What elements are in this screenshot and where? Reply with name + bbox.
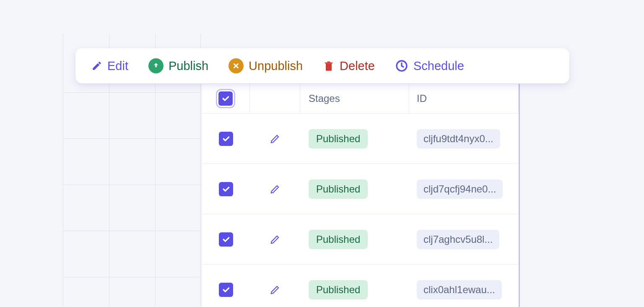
select-all-checkbox[interactable] bbox=[218, 91, 233, 106]
table-row: Published clix0ahl1ewau... bbox=[202, 265, 519, 307]
status-badge: Published bbox=[309, 129, 368, 148]
action-toolbar: Edit Publish Unpublish Delete bbox=[75, 48, 569, 83]
content-table: Stages ID Published cljfu9tdt4nyx0... bbox=[201, 84, 520, 307]
table-row: Published clj7aghcv5u8l... bbox=[202, 214, 519, 265]
upload-cloud-icon bbox=[148, 58, 164, 73]
edit-row-icon[interactable] bbox=[269, 234, 281, 245]
row-checkbox[interactable] bbox=[219, 283, 233, 297]
status-badge: Published bbox=[309, 230, 368, 249]
edit-button[interactable]: Edit bbox=[91, 59, 128, 73]
delete-button[interactable]: Delete bbox=[323, 59, 375, 73]
id-value: clj7aghcv5u8l... bbox=[417, 230, 499, 249]
status-badge: Published bbox=[309, 180, 368, 199]
row-checkbox[interactable] bbox=[219, 182, 233, 196]
clock-icon bbox=[395, 59, 408, 73]
pencil-icon bbox=[91, 60, 102, 71]
publish-label: Publish bbox=[169, 59, 208, 73]
schedule-label: Schedule bbox=[413, 59, 464, 73]
delete-label: Delete bbox=[340, 59, 375, 73]
edit-row-icon[interactable] bbox=[269, 284, 281, 296]
edit-row-icon[interactable] bbox=[269, 133, 281, 145]
table-row: Published cljfu9tdt4nyx0... bbox=[202, 114, 519, 164]
table-row: Published cljd7qcfj94ne0... bbox=[202, 164, 519, 214]
column-header-id: ID bbox=[417, 93, 427, 104]
id-value: cljd7qcfj94ne0... bbox=[417, 180, 503, 199]
edit-label: Edit bbox=[107, 59, 128, 73]
trash-icon bbox=[323, 60, 335, 72]
id-value: cljfu9tdt4nyx0... bbox=[417, 129, 500, 148]
times-circle-icon bbox=[229, 58, 244, 73]
status-badge: Published bbox=[309, 280, 368, 299]
unpublish-button[interactable]: Unpublish bbox=[229, 58, 303, 73]
id-value: clix0ahl1ewau... bbox=[417, 280, 502, 299]
table-header: Stages ID bbox=[202, 84, 519, 114]
column-header-stages: Stages bbox=[309, 93, 340, 104]
edit-row-icon[interactable] bbox=[269, 183, 281, 195]
schedule-button[interactable]: Schedule bbox=[395, 59, 464, 73]
row-checkbox[interactable] bbox=[219, 132, 233, 146]
publish-button[interactable]: Publish bbox=[148, 58, 208, 73]
row-checkbox[interactable] bbox=[219, 232, 233, 247]
unpublish-label: Unpublish bbox=[249, 59, 303, 73]
